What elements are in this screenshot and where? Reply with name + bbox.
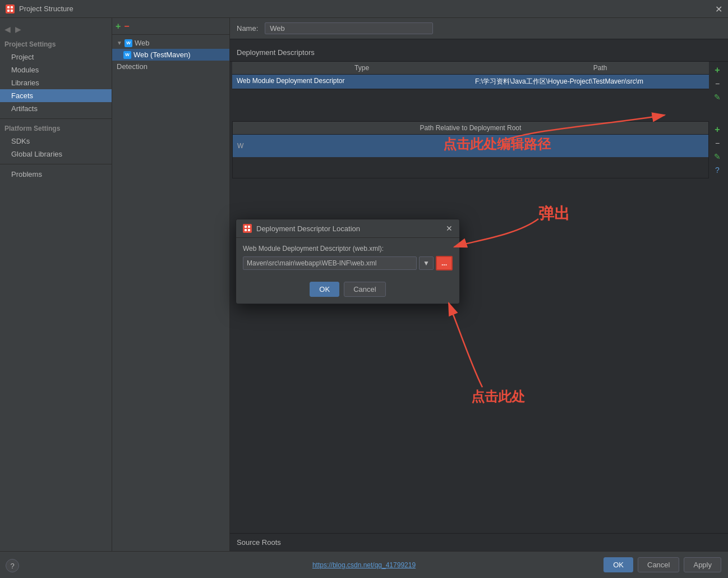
svg-rect-5 xyxy=(243,224,252,233)
web-icon: W xyxy=(125,39,132,47)
bottom-bar: ? https://blog.csdn.net/qq_41799219 OK C… xyxy=(0,551,728,578)
deployment-section: Deployment Descriptors Type Path Web Mod… xyxy=(230,44,728,105)
remove-row-btn[interactable]: − xyxy=(711,77,724,90)
sidebar-item-global-libraries[interactable]: Global Libraries xyxy=(0,148,112,160)
remove-second-btn[interactable]: − xyxy=(711,137,724,149)
deployment-table: Type Path Web Module Deployment Descript… xyxy=(232,62,709,105)
title-bar: Project Structure ✕ xyxy=(0,0,728,18)
cell-type: Web Module Deployment Descriptor xyxy=(232,75,471,89)
content-header: Name: xyxy=(230,18,728,39)
modal-dropdown-btn[interactable]: ▼ xyxy=(419,256,434,270)
name-input[interactable] xyxy=(265,22,433,34)
divider2 xyxy=(0,164,112,164)
sidebar-item-modules[interactable]: Modules xyxy=(0,63,112,76)
svg-rect-7 xyxy=(248,226,250,228)
apply-button[interactable]: Apply xyxy=(684,557,721,572)
cancel-button[interactable]: Cancel xyxy=(638,557,679,572)
table-row[interactable]: Web Module Deployment Descriptor F:\学习资料… xyxy=(232,75,709,89)
facet-tree-item-web-testmaven[interactable]: W Web (TestMaven) xyxy=(112,49,229,61)
app-icon xyxy=(6,4,15,13)
web-testmaven-icon: W xyxy=(123,51,131,59)
edit-second-btn[interactable]: ✎ xyxy=(711,150,724,163)
cell-path: F:\学习资料\Java工作区\Hoyue-Project\TestMaven\… xyxy=(471,75,709,89)
modal-icon xyxy=(243,224,252,233)
project-settings-header: Project Settings xyxy=(0,38,112,51)
window-title: Project Structure xyxy=(19,4,73,13)
sidebar-item-project[interactable]: Project xyxy=(0,51,112,63)
tree-expand-icon: ▼ xyxy=(117,40,122,46)
modal-body: Web Module Deployment Descriptor (web.xm… xyxy=(236,238,459,277)
svg-rect-9 xyxy=(248,229,250,231)
name-label: Name: xyxy=(237,24,258,33)
modal-ok-btn[interactable]: OK xyxy=(310,282,339,297)
svg-rect-4 xyxy=(11,10,13,12)
bottom-link[interactable]: https://blog.csdn.net/qq_41799219 xyxy=(312,561,416,569)
add-row-btn[interactable]: + xyxy=(711,64,724,76)
facets-tree: ▼ W Web W Web (TestMaven) Detection xyxy=(112,35,229,75)
second-col-header: Path Relative to Deployment Root xyxy=(233,122,708,134)
sidebar-item-facets[interactable]: Facets xyxy=(0,89,112,102)
platform-settings-header: Platform Settings xyxy=(0,122,112,135)
sidebar-item-libraries[interactable]: Libraries xyxy=(0,76,112,89)
modal-input-row: ▼ ... xyxy=(243,256,453,270)
deployment-descriptors-label: Deployment Descriptors xyxy=(230,44,728,62)
nav-forward-icon[interactable]: ▶ xyxy=(15,25,21,34)
second-table-header: Path Relative to Deployment Root xyxy=(233,122,708,135)
svg-rect-2 xyxy=(11,6,13,8)
modal-browse-btn[interactable]: ... xyxy=(436,256,453,270)
second-side-buttons: + − ✎ ? xyxy=(709,121,726,178)
source-roots-label: Source Roots xyxy=(237,538,281,547)
add-facet-btn[interactable]: + xyxy=(116,21,121,31)
second-table-body: W xyxy=(233,135,708,157)
table-with-buttons: Type Path Web Module Deployment Descript… xyxy=(232,62,726,105)
modal-close-btn[interactable]: ✕ xyxy=(446,224,453,233)
table-header: Type Path xyxy=(232,62,709,75)
col-path-header: Path xyxy=(491,62,709,74)
second-table-row[interactable]: W xyxy=(233,135,708,157)
modal-path-input[interactable] xyxy=(243,256,417,270)
nav-back-icon[interactable]: ◀ xyxy=(4,25,11,34)
help-button[interactable]: ? xyxy=(6,559,19,572)
facets-panel: + − ▼ W Web W Web (TestMaven) Detection xyxy=(112,18,230,551)
side-buttons: + − ✎ xyxy=(709,62,726,105)
facet-tree-item-detection[interactable]: Detection xyxy=(112,61,229,72)
ok-button[interactable]: OK xyxy=(603,557,633,572)
svg-rect-1 xyxy=(7,6,10,8)
sidebar-item-sdks[interactable]: SDKs xyxy=(0,135,112,148)
modal-footer: OK Cancel xyxy=(236,277,459,304)
modal-title-bar: Deployment Descriptor Location ✕ xyxy=(236,219,459,238)
modal-title: Deployment Descriptor Location xyxy=(256,224,446,233)
second-table-section: Path Relative to Deployment Root W + − ✎… xyxy=(230,117,728,178)
sidebar-item-problems[interactable]: Problems xyxy=(0,168,112,181)
svg-rect-8 xyxy=(245,229,247,231)
add-second-btn[interactable]: + xyxy=(711,123,724,136)
remove-facet-btn[interactable]: − xyxy=(124,21,129,31)
sidebar-item-artifacts[interactable]: Artifacts xyxy=(0,102,112,115)
col-type-header: Type xyxy=(232,62,491,74)
svg-rect-0 xyxy=(6,4,15,13)
divider xyxy=(0,118,112,119)
source-roots-section: Source Roots xyxy=(230,533,728,551)
svg-rect-3 xyxy=(7,10,10,12)
sidebar: ◀ ▶ Project Settings Project Modules Lib… xyxy=(0,18,112,551)
help-second-btn[interactable]: ? xyxy=(711,164,724,176)
modal-dialog: Deployment Descriptor Location ✕ Web Mod… xyxy=(236,219,460,304)
nav-arrows: ◀ ▶ xyxy=(0,22,112,36)
facet-tree-item-web[interactable]: ▼ W Web xyxy=(112,37,229,49)
modal-descriptor-label: Web Module Deployment Descriptor (web.xm… xyxy=(243,245,453,253)
facets-toolbar: + − xyxy=(112,18,229,35)
svg-rect-6 xyxy=(245,226,247,228)
close-icon[interactable]: ✕ xyxy=(715,3,722,14)
edit-row-btn[interactable]: ✎ xyxy=(711,91,724,103)
modal-cancel-btn[interactable]: Cancel xyxy=(344,282,385,297)
